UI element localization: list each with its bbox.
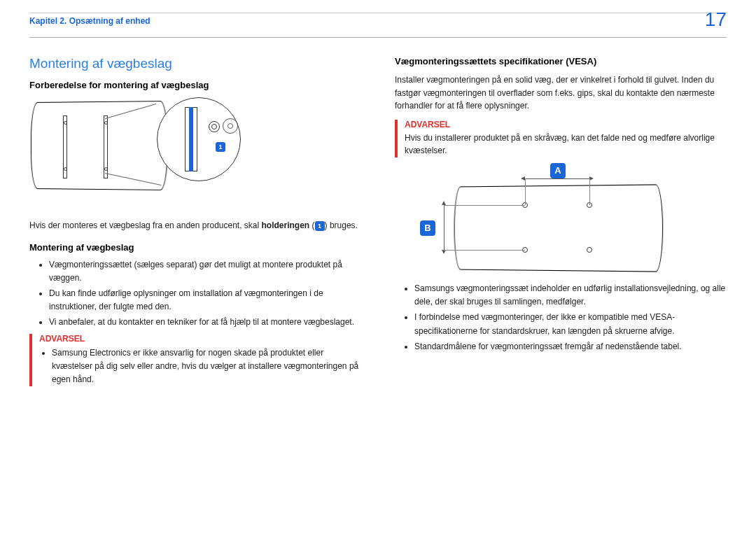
- chapter-label: Kapitel 2. Opsætning af enhed: [29, 13, 727, 26]
- warning-box-right: ADVARSEL Hvis du installerer produktet p…: [395, 120, 727, 157]
- text-bold: holderingen: [262, 220, 310, 230]
- dimension-b-badge: B: [420, 220, 435, 236]
- figure-vesa-dimensions: A B: [423, 164, 675, 276]
- text: Hvis der monteres et vægbeslag fra en an…: [29, 220, 262, 230]
- left-column: Montering af vægbeslag Forberedelse for …: [29, 56, 361, 393]
- page-header: Kapitel 2. Opsætning af enhed 17: [0, 0, 756, 30]
- list-item: Samsungs vægmonteringssæt indeholder en …: [414, 282, 727, 309]
- right-column: Vægmonteringssættets specifikationer (VE…: [395, 56, 727, 393]
- page-content: Montering af vægbeslag Forberedelse for …: [0, 38, 756, 393]
- vesa-heading: Vægmonteringssættets specifikationer (VE…: [395, 56, 727, 66]
- figure-wall-bracket-prep: 1: [29, 97, 281, 212]
- warning-box-left: ADVARSEL Samsung Electronics er ikke ans…: [29, 334, 361, 387]
- paragraph-holder: Hvis der monteres et vægbeslag fra en an…: [29, 219, 361, 232]
- mount-heading: Montering af vægbeslag: [29, 242, 361, 253]
- warning-title: ADVARSEL: [39, 334, 361, 344]
- list-item: Du kan finde udførlige oplysninger om in…: [49, 287, 361, 314]
- section-title: Montering af vægbeslag: [29, 56, 361, 71]
- holder-badge-icon: 1: [216, 142, 225, 152]
- page-number: 17: [705, 8, 727, 31]
- text: ): [325, 220, 330, 230]
- text: (: [309, 220, 314, 230]
- warning-title: ADVARSEL: [405, 120, 727, 129]
- list-item: Standardmålene for vægmonteringssæt frem…: [414, 340, 727, 353]
- dimension-a-badge: A: [550, 163, 566, 178]
- vesa-paragraph: Installer vægmonteringen på en solid væg…: [395, 73, 727, 113]
- prep-heading: Forberedelse for montering af vægbeslag: [29, 80, 361, 90]
- list-item: I forbindelse med vægmonteringer, der ik…: [414, 311, 727, 337]
- list-item: Vi anbefaler, at du kontakter en teknike…: [49, 316, 361, 329]
- list-item: Vægmonteringssættet (sælges separat) gør…: [49, 258, 361, 285]
- warning-text: Hvis du installerer produktet på en skrå…: [405, 132, 727, 157]
- holder-badge-inline-icon: 1: [315, 221, 325, 231]
- vesa-bullets: Samsungs vægmonteringssæt indeholder en …: [414, 282, 727, 353]
- mount-bullets: Vægmonteringssættet (sælges separat) gør…: [49, 258, 361, 330]
- text: bruges.: [330, 220, 358, 230]
- warning-text: Samsung Electronics er ikke ansvarlig fo…: [52, 346, 361, 387]
